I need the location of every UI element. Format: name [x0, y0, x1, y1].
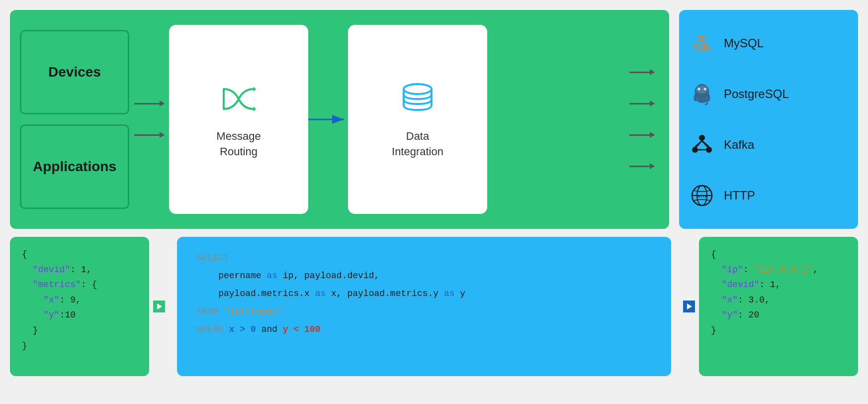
- svg-point-10: [698, 88, 700, 91]
- blue-arrow-right: [683, 301, 695, 312]
- data-integration-label: DataIntegration: [392, 129, 443, 160]
- mysql-item: My SQL MySQL: [689, 30, 848, 56]
- svg-point-14: [706, 147, 712, 153]
- json-brace-open: {: [22, 247, 137, 262]
- http-icon: HTTP: [689, 183, 715, 208]
- json-y: "y":10: [22, 307, 137, 323]
- svg-line-18: [702, 141, 709, 147]
- applications-label: Applications: [33, 159, 116, 175]
- mysql-label: MySQL: [724, 36, 764, 50]
- mysql-icon: My SQL: [689, 30, 715, 56]
- svg-point-12: [699, 135, 705, 141]
- sql-line1: peername as ip, payload.devid,: [197, 267, 651, 285]
- svg-marker-0: [254, 106, 256, 111]
- message-routing-label: MessageRouting: [216, 129, 260, 160]
- right-db-panel: My SQL MySQL: [679, 10, 858, 229]
- green-outer-container: Devices Applications: [10, 10, 669, 229]
- postgresql-connector: [629, 103, 654, 104]
- output-json-content: { "ip": "127.0.0.1", "devid": 1, "x": 3.…: [711, 247, 846, 338]
- svg-point-11: [704, 88, 706, 91]
- out-ip: "ip": "127.0.0.1",: [711, 262, 846, 278]
- svg-point-5: [404, 84, 432, 94]
- applications-arrow: [134, 134, 164, 136]
- top-section: Devices Applications: [10, 10, 858, 229]
- out-y: "y": 20: [711, 307, 846, 323]
- kafka-icon: [689, 132, 715, 158]
- svg-point-8: [696, 86, 708, 94]
- devices-label: Devices: [48, 64, 101, 80]
- left-arrows: [134, 103, 164, 136]
- mid-arrow-svg: [308, 112, 348, 127]
- sql-box: SELECT peername as ip, payload.devid, pa…: [177, 237, 671, 376]
- out-brace-close: }: [711, 323, 846, 338]
- out-devid: "devid": 1,: [711, 277, 846, 293]
- layers-icon: [398, 79, 437, 119]
- green-arrow-right: [153, 301, 165, 312]
- mysql-connector: [629, 72, 654, 73]
- json-metrics-close: }: [22, 323, 137, 338]
- bottom-section: { "devid": 1, "metrics": { "x": 9, "y":1…: [10, 237, 858, 376]
- devices-box: Devices: [20, 30, 129, 114]
- json-brace-close: }: [22, 338, 137, 354]
- kafka-label: Kafka: [724, 138, 754, 152]
- shuffle-icon: [219, 79, 259, 119]
- http-item: HTTP HTTP: [689, 183, 848, 208]
- sql-from: FROM "iot/topic": [197, 303, 651, 320]
- sql-content: SELECT peername as ip, payload.devid, pa…: [197, 249, 651, 338]
- svg-marker-1: [254, 87, 256, 92]
- sql-select: SELECT: [197, 249, 651, 267]
- out-x: "x": 3.0,: [711, 293, 846, 308]
- kafka-connector: [629, 134, 654, 136]
- sql-where: WHERE x > 0 and y < 100: [197, 320, 651, 338]
- right-connectors: [629, 72, 654, 167]
- svg-point-13: [692, 147, 698, 153]
- input-json-content: { "devid": 1, "metrics": { "x": 9, "y":1…: [22, 247, 137, 353]
- applications-box: Applications: [20, 124, 129, 209]
- http-label: HTTP: [724, 189, 755, 202]
- cards-wrapper: MessageRouting: [169, 25, 624, 214]
- json-metrics: "metrics": {: [22, 277, 137, 293]
- svg-marker-24: [157, 303, 162, 309]
- input-json-box: { "devid": 1, "metrics": { "x": 9, "y":1…: [10, 237, 149, 376]
- json-x: "x": 9,: [22, 293, 137, 308]
- data-integration-card: DataIntegration: [348, 25, 487, 214]
- left-inputs: Devices Applications: [20, 30, 129, 209]
- bottom-right-arrow: [679, 237, 699, 376]
- devices-arrow: [134, 103, 164, 104]
- output-json-box: { "ip": "127.0.0.1", "devid": 1, "x": 3.…: [699, 237, 858, 376]
- kafka-item: Kafka: [689, 132, 848, 158]
- json-devid: "devid": 1,: [22, 262, 137, 278]
- svg-text:HTTP: HTTP: [697, 194, 708, 199]
- svg-marker-25: [687, 303, 692, 309]
- out-brace-open: {: [711, 247, 846, 262]
- http-connector: [629, 166, 654, 167]
- between-arrow: [308, 112, 348, 127]
- svg-line-17: [695, 141, 702, 147]
- bottom-left-arrow: [149, 237, 169, 376]
- postgresql-label: PostgreSQL: [724, 87, 789, 101]
- postgresql-icon: [689, 81, 715, 107]
- sql-line2: payload.metrics.x as x, payload.metrics.…: [197, 285, 651, 303]
- message-routing-card: MessageRouting: [169, 25, 308, 214]
- postgresql-item: PostgreSQL: [689, 81, 848, 107]
